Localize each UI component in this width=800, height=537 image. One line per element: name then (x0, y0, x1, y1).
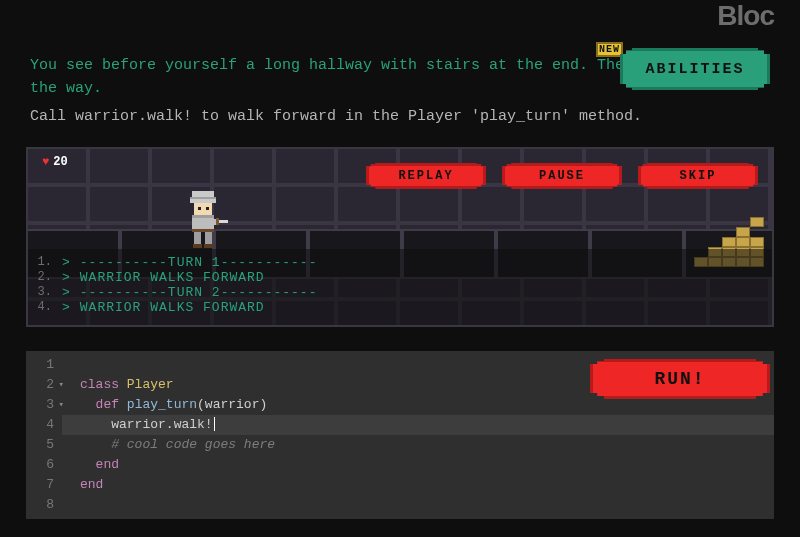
code-line: # cool code goes here (62, 435, 774, 455)
svg-rect-14 (218, 220, 228, 223)
new-badge: NEW (596, 42, 623, 57)
svg-rect-3 (194, 203, 212, 215)
code-line: end (62, 455, 774, 475)
code-line: warrior.walk! (62, 415, 774, 435)
svg-rect-11 (193, 244, 202, 248)
log-line: 2.>WARRIOR WALKS FORWARD (28, 270, 772, 285)
code-line: end (62, 475, 774, 495)
warrior-sprite (178, 189, 228, 249)
log-line: 4.>WARRIOR WALKS FORWARD (28, 300, 772, 315)
game-viewport: ♥ 20 REPLAY PAUSE SKIP (26, 147, 774, 327)
skip-button[interactable]: SKIP (638, 163, 758, 189)
svg-rect-12 (204, 244, 213, 248)
pause-button[interactable]: PAUSE (502, 163, 622, 189)
svg-rect-10 (205, 232, 212, 244)
svg-rect-8 (192, 229, 214, 232)
abilities-button[interactable]: ABILITIES (620, 48, 770, 90)
log-line: 3.>----------TURN 2----------- (28, 285, 772, 300)
hp-indicator: ♥ 20 (42, 155, 68, 169)
svg-rect-5 (206, 207, 209, 210)
svg-rect-15 (216, 218, 219, 225)
game-log[interactable]: 1.>----------TURN 1----------- 2.>WARRIO… (28, 249, 772, 325)
hp-value: 20 (53, 155, 67, 169)
cursor-icon (214, 417, 215, 431)
editor-gutter: 1 2 3 4 5 6 7 8 (26, 351, 62, 519)
svg-rect-4 (198, 207, 201, 210)
svg-rect-0 (192, 191, 214, 197)
svg-rect-7 (192, 215, 214, 218)
hint-text: Call warrior.walk! to walk forward in th… (30, 106, 770, 129)
svg-rect-9 (194, 232, 201, 244)
run-button[interactable]: RUN! (590, 359, 770, 399)
code-line (62, 495, 774, 515)
svg-rect-2 (190, 197, 216, 199)
replay-button[interactable]: REPLAY (366, 163, 486, 189)
log-line: 1.>----------TURN 1----------- (28, 255, 772, 270)
heart-icon: ♥ (42, 155, 49, 169)
